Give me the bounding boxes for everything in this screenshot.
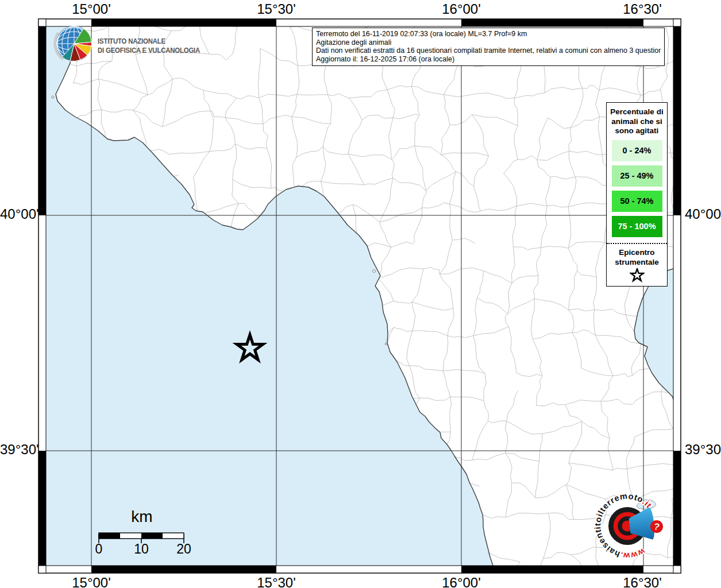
islet [373,270,376,273]
legend-epicenter-title: Epicentro strumentale [610,247,664,267]
scale-bar-tick-10: 10 [134,541,149,557]
legend-swatch-75-100: 75 - 100% [612,216,662,237]
info-line-subject: Agitazione degli animali [316,38,661,47]
legend-swatch-25-49: 25 - 49% [612,165,662,187]
scale-bar-tick-20: 20 [176,541,191,557]
legend-swatch-50-74: 50 - 74% [612,191,662,212]
axis-label-bottom-1600: 16°00' [442,575,481,588]
axis-label-top-1530: 15°30' [257,1,296,17]
axis-label-bottom-1530: 15°30' [257,575,296,588]
islet [385,343,387,345]
info-line-disclaimer: Dati non verificati estratti da 16 quest… [316,47,661,55]
axis-label-top-1630: 16°30' [623,1,662,17]
axis-label-right-4000: 40°00' [685,206,721,222]
legend-title: Percentuale di animali che si sono agita… [610,107,664,136]
ingv-wordmark-line2: DI GEOFISICA E VULCANOLOGIA [98,46,200,55]
legend-swatch-0-24: 0 - 24% [612,140,662,161]
info-line-updated: Aggiornato il: 16-12-2025 17:06 (ora loc… [316,55,661,64]
axis-label-left-4000: 40°00' [0,206,36,222]
map-page: www.haisentitoilterremoto.it ? Terremoto… [0,0,721,588]
axis-label-top-1600: 16°00' [442,1,481,17]
question-mark-icon: ? [650,520,663,533]
scale-bar-tick-0: 0 [95,541,103,557]
axis-label-bottom-1630: 16°30' [623,575,662,588]
earthquake-info-box: Terremoto del 16-11-2019 02:07:33 (ora l… [312,28,665,66]
scale-bar-unit-label: km [131,508,152,526]
info-line-event: Terremoto del 16-11-2019 02:07:33 (ora l… [316,30,661,38]
axis-label-right-3930: 39°30' [685,442,721,458]
axis-label-top-1500: 15°00' [72,1,111,17]
axis-label-bottom-1500: 15°00' [72,575,111,588]
map-canvas: www.haisentitoilterremoto.it ? [0,0,721,588]
ingv-wordmark: ISTITUTO NAZIONALE DI GEOFISICA E VULCAN… [98,37,200,55]
ingv-wordmark-line1: ISTITUTO NAZIONALE [98,37,200,46]
legend-star-icon [630,268,645,283]
legend-box: Percentuale di animali che si sono agita… [606,102,668,287]
axis-label-left-3930: 39°30' [0,442,36,458]
legend-separator [607,243,667,244]
islet [52,96,54,98]
